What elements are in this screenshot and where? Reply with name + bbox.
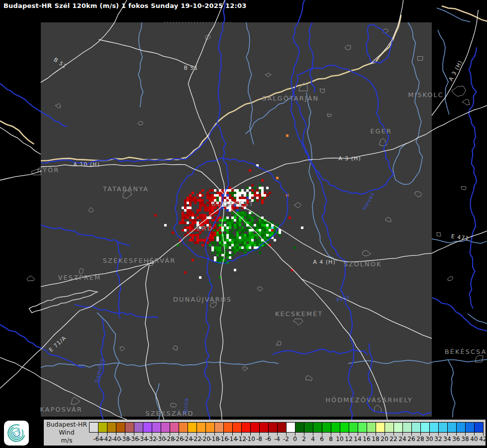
wind-pixel	[226, 189, 229, 192]
wind-pixel	[209, 214, 211, 217]
wind-pixel	[224, 261, 226, 264]
scale-color-box	[429, 422, 439, 433]
scale-color-box	[214, 422, 224, 433]
wind-pixel	[209, 234, 211, 236]
wind-pixel	[206, 197, 209, 199]
wind-pixel	[254, 194, 256, 197]
wind-pixel	[224, 202, 226, 204]
wind-pixel	[249, 239, 251, 241]
wind-pixel	[219, 256, 221, 259]
brand-logo[interactable]	[4, 421, 29, 446]
wind-pixel	[236, 204, 239, 207]
wind-pixel	[216, 224, 219, 226]
wind-pixel	[221, 222, 224, 224]
wind-pixel	[216, 219, 219, 222]
wind-pixel	[201, 189, 204, 192]
wind-pixel	[187, 202, 189, 204]
wind-pixel	[229, 222, 231, 224]
legend-variable: Wind	[45, 429, 89, 437]
wind-pixel	[196, 212, 199, 214]
wind-pixel	[264, 239, 266, 241]
wind-pixel	[187, 231, 189, 234]
scale-tick-label: 2	[302, 436, 306, 443]
wind-pixel	[229, 254, 231, 256]
wind-pixel	[179, 239, 182, 241]
wind-pixel	[239, 202, 241, 204]
wind-pixel	[216, 261, 219, 264]
wind-pixel	[231, 192, 234, 194]
map-base-canvas	[0, 0, 487, 420]
wind-pixel	[271, 236, 274, 239]
wind-pixel	[221, 229, 224, 231]
wind-pixel	[182, 207, 184, 209]
scale-color-box	[474, 422, 484, 433]
wind-pixel	[236, 199, 239, 202]
wind-pixel	[241, 212, 244, 214]
wind-pixel	[254, 249, 256, 251]
wind-pixel	[276, 231, 279, 234]
wind-pixel	[246, 202, 249, 204]
wind-pixel	[239, 192, 241, 194]
wind-pixel	[259, 241, 261, 244]
wind-pixel	[239, 217, 241, 219]
river-label: Somogy	[94, 357, 105, 383]
scale-tick-label: 30	[425, 436, 433, 443]
wind-pixel	[234, 249, 236, 251]
wind-pixel	[221, 244, 224, 246]
wind-pixel	[226, 199, 229, 202]
wind-pixel	[214, 217, 216, 219]
wind-pixel	[266, 234, 269, 236]
scale-tick-label: -10	[245, 436, 255, 443]
wind-pixel	[264, 244, 266, 246]
road-label: E 71/A	[48, 335, 68, 353]
wind-pixel	[224, 219, 226, 222]
city-label: KAPOSVÁR	[40, 406, 83, 413]
city-label: SZEKSZÁRD	[146, 410, 194, 417]
wind-pixel	[261, 197, 264, 199]
wind-pixel	[234, 269, 236, 271]
scale-tick-label: 0	[293, 436, 297, 443]
wind-pixel	[189, 194, 192, 197]
wind-pixel	[214, 207, 216, 209]
wind-pixel	[259, 224, 261, 226]
wind-pixel	[194, 202, 196, 204]
city-label: TATABÁNYA	[103, 185, 149, 193]
wind-pixel	[249, 222, 251, 224]
wind-pixel	[241, 246, 244, 249]
wind-pixel	[246, 199, 249, 202]
scale-tick-label: -36	[129, 436, 139, 443]
wind-pixel	[241, 202, 244, 204]
wind-pixel	[239, 194, 241, 197]
wind-pixel	[276, 226, 279, 229]
wind-pixel	[224, 217, 226, 219]
wind-pixel	[261, 244, 264, 246]
wind-pixel	[261, 189, 264, 192]
wind-pixel	[291, 269, 293, 271]
wind-pixel	[189, 226, 192, 229]
wind-pixel	[219, 197, 221, 199]
wind-pixel	[219, 217, 221, 219]
wind-pixel	[199, 224, 201, 226]
wind-pixel	[259, 244, 261, 246]
wind-pixel	[226, 222, 229, 224]
wind-pixel	[229, 246, 231, 249]
wind-pixel	[182, 214, 184, 217]
wind-pixel	[221, 256, 224, 259]
wind-pixel	[211, 249, 214, 251]
wind-pixel	[187, 217, 189, 219]
wind-pixel	[279, 231, 281, 234]
wind-pixel	[251, 231, 254, 234]
wind-pixel	[219, 219, 221, 222]
wind-pixel	[266, 187, 269, 189]
wind-pixel	[236, 202, 239, 204]
wind-pixel	[239, 219, 241, 222]
wind-pixel	[204, 239, 206, 241]
map-lines-canvas	[0, 0, 487, 420]
wind-pixel	[234, 241, 236, 244]
road-label: A 10 (H)	[73, 161, 99, 168]
wind-pixel	[231, 194, 234, 197]
wind-pixel	[259, 194, 261, 197]
wind-pixel	[244, 244, 246, 246]
wind-pixel	[214, 202, 216, 204]
wind-pixel	[266, 222, 269, 224]
